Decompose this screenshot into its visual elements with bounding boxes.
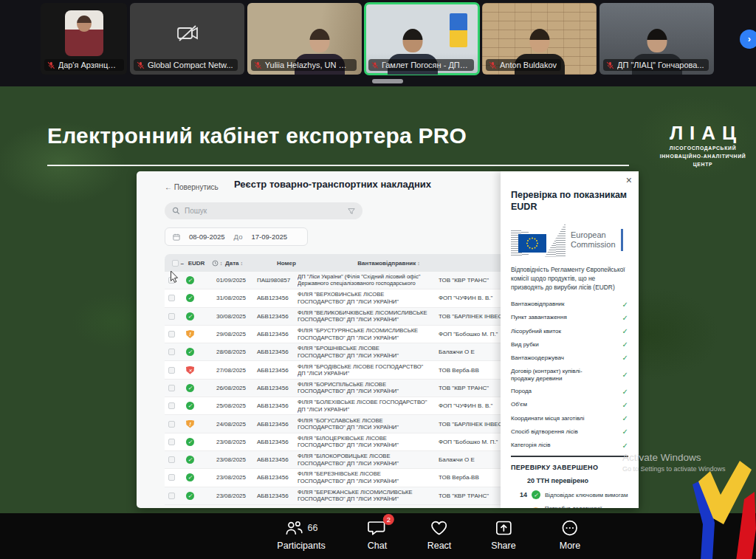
row-checkbox[interactable]: [168, 385, 175, 391]
summary-label: Відповідає ключовим вимогам: [545, 492, 628, 498]
filter-icon[interactable]: [348, 208, 355, 215]
participant-tile[interactable]: Дар'я Арзянцева: [41, 3, 127, 75]
muted-mic-icon: [137, 61, 145, 69]
date-to-label: До: [234, 233, 243, 241]
eudr-checklist: Вантажовідправник ✓ Пункт завантаження ✓…: [511, 298, 628, 452]
meeting-toolbar: 66 Participants 2 Chat React: [0, 513, 756, 559]
muted-mic-icon: [254, 61, 262, 69]
row-checkbox[interactable]: [168, 421, 175, 428]
row-number: АБВ123456: [257, 349, 298, 355]
eudr-status-badge: [186, 402, 194, 410]
participants-button[interactable]: 66 Participants: [277, 518, 325, 551]
eudr-status-badge: [186, 312, 194, 320]
participant-name: Anton Buldakov: [500, 61, 557, 69]
row-consignor: ФІЛІЯ "БЕРЕЖАНСЬКЕ ЛІСОМИСЛИВСЬКЕ ГОСПОД…: [298, 489, 428, 503]
check-icon: ✓: [622, 388, 628, 396]
participant-name: ДП "ЛІАЦ" Гончарова...: [617, 61, 704, 69]
checklist-label: Координати місця заготівлі: [511, 415, 585, 422]
select-all-checkbox[interactable]: [172, 260, 179, 267]
summary-title: ПЕРЕВІРКУ ЗАВЕРШЕНО: [511, 464, 628, 471]
clock-icon: [212, 260, 219, 267]
participant-tile[interactable]: Global Compact Netw...: [130, 3, 244, 75]
row-date: 23/08/2025: [205, 474, 257, 481]
more-icon: [560, 519, 580, 537]
strip-drag-handle[interactable]: [372, 79, 403, 83]
react-button[interactable]: React: [427, 518, 452, 551]
back-link[interactable]: ← Повернутись: [165, 183, 219, 191]
participants-count: 66: [308, 523, 318, 533]
header-date[interactable]: Дата↕: [225, 260, 261, 267]
row-consignor: ФІЛІЯ "БЕРЕЗНІВСЬКЕ ЛІСОВЕ ГОСПОДАРСТВО"…: [298, 470, 428, 484]
row-number: АБВ123456: [257, 313, 298, 320]
checklist-item: Договір (контракт) купівлі-продажу дерев…: [511, 365, 628, 385]
participant-tile[interactable]: Гамлет Погосян - ДП "ЛІ...: [365, 3, 479, 75]
participant-name: Дар'я Арзянцева: [58, 61, 120, 69]
checklist-label: Вантажоодержувач: [511, 354, 564, 362]
row-checkbox[interactable]: [168, 349, 175, 355]
participant-tile[interactable]: Yuliia Helazhys, UN Gl...: [247, 3, 362, 75]
mouse-cursor: [170, 270, 180, 284]
eudr-check-panel: × Перевірка по показникам EUDR: [501, 171, 639, 508]
row-checkbox[interactable]: [168, 474, 175, 481]
header-clock-sort[interactable]: ↕: [209, 260, 225, 267]
row-checkbox[interactable]: [168, 439, 175, 445]
share-button[interactable]: Share: [491, 518, 515, 551]
row-consignor: ФІЛІЯ "БРОДІВСЬКЕ ЛІСОВЕ ГОСПОДАРСТВО" Д…: [298, 363, 428, 377]
check-icon: ✓: [622, 401, 628, 409]
row-number: АБВ123456: [257, 295, 298, 301]
eudr-status-badge: [186, 384, 194, 392]
row-checkbox[interactable]: [168, 493, 175, 499]
more-button[interactable]: More: [560, 518, 580, 551]
header-consignor[interactable]: Вантажовідправник↕: [323, 260, 454, 267]
row-checkbox[interactable]: [168, 367, 175, 374]
checklist-label: Категорія лісів: [511, 442, 550, 449]
shared-screen-slide: Електронний кабінет експортера PRO ЛІАЦ …: [0, 86, 756, 513]
calendar-icon: [173, 233, 180, 241]
liac-logo: ЛІАЦ ЛІСОГОСПОДАРСЬКИЙ ІННОВАЦІЙНО-АНАЛІ…: [644, 122, 756, 169]
ec-blue-bar: [621, 229, 623, 251]
row-checkbox[interactable]: [168, 331, 175, 337]
checklist-label: Порода: [511, 388, 532, 395]
checklist-item: Координати місця заготівлі ✓: [511, 412, 628, 425]
search-icon: [172, 207, 180, 215]
summary-status-badge: [532, 490, 540, 499]
row-checkbox[interactable]: [168, 313, 175, 320]
participant-tile[interactable]: Anton Buldakov: [482, 3, 597, 75]
summary-line: 4 Потребує додаткової перевірки: [517, 505, 628, 508]
row-number: АБВ123456: [257, 367, 298, 374]
check-icon: ✓: [622, 414, 628, 422]
chat-button[interactable]: 2 Chat: [368, 518, 387, 551]
muted-mic-icon: [606, 61, 614, 69]
header-eudr[interactable]: EUDR: [184, 260, 209, 267]
participant-name: Гамлет Погосян - ДП "ЛІ...: [382, 61, 470, 69]
checklist-item: Порода ✓: [511, 385, 628, 398]
date-to[interactable]: 17-09-2025: [251, 233, 287, 241]
zoom-meeting-window: Дар'я Арзянцева: [0, 0, 756, 559]
row-date: 28/08/2025: [205, 349, 257, 355]
date-from[interactable]: 08-09-2025: [189, 233, 225, 241]
summary-status-badge: [532, 507, 540, 508]
row-date: 27/08/2025: [205, 367, 257, 374]
checklist-item: Об'єм ✓: [511, 398, 628, 411]
eu-flag-icon: [518, 234, 546, 253]
participant-tile[interactable]: ДП "ЛІАЦ" Гончарова...: [599, 3, 714, 75]
next-participants-button[interactable]: [740, 30, 756, 49]
eudr-status-badge: [186, 420, 194, 428]
summary-divider: [511, 456, 628, 457]
ukraine-flag: [450, 13, 467, 47]
search-input[interactable]: Пошук: [165, 202, 362, 219]
slide-title: Електронний кабінет експортера PRO: [47, 123, 467, 148]
close-icon[interactable]: ×: [626, 175, 632, 185]
row-consignor: ФІЛІЯ "БРОШНІВСЬКЕ ЛІСОВЕ ГОСПОДАРСТВО" …: [298, 345, 428, 359]
row-consignor: ФІЛІЯ "ВЕЛИКОБИЧКІВСЬКЕ ЛІСОМИСЛИВСЬКЕ Г…: [298, 309, 428, 323]
row-date: 24/08/2025: [205, 421, 257, 428]
row-checkbox[interactable]: [168, 295, 175, 301]
date-range-picker[interactable]: 08-09-2025 До 17-09-2025: [165, 227, 308, 246]
row-checkbox[interactable]: [168, 402, 175, 409]
header-number[interactable]: Номер: [277, 260, 317, 267]
row-number: АБВ123456: [257, 331, 298, 337]
summary-label: Потребує додаткової перевірки: [545, 505, 628, 508]
row-consignor: ФІЛІЯ "БОЛЕХІВСЬКЕ ЛІСОВЕ ГОСПОДАРСТВО" …: [298, 399, 428, 413]
row-checkbox[interactable]: [168, 456, 175, 463]
row-date: 25/08/2025: [205, 402, 257, 409]
